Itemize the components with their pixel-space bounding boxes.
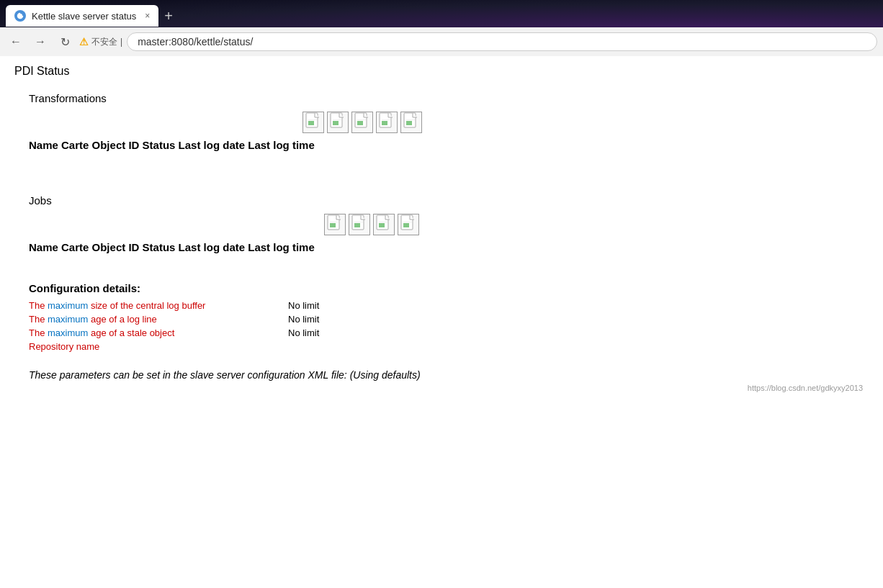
config-label-2: The maximum age of a log line — [29, 314, 288, 325]
config-label-3: The maximum age of a stale object — [29, 327, 288, 338]
svg-rect-3 — [308, 119, 317, 120]
transformations-table-header: Name Carte Object ID Status Last log dat… — [29, 139, 869, 151]
label-before-4: Repository name — [29, 341, 99, 352]
label-highlight-3: maximum — [48, 327, 88, 338]
label-middle-3: age of a stale object — [88, 327, 174, 338]
svg-rect-26 — [403, 223, 409, 227]
jobs-title: Jobs — [29, 194, 869, 207]
svg-rect-15 — [406, 119, 415, 120]
forward-button[interactable]: → — [30, 32, 50, 52]
config-value-1: No limit — [288, 300, 319, 311]
label-highlight-2: maximum — [48, 314, 88, 325]
svg-rect-14 — [406, 121, 412, 125]
watermark: https://blog.csdn.net/gdkyxy2013 — [14, 381, 869, 395]
config-row-2: The maximum age of a log line No limit — [29, 314, 869, 325]
config-value-2: No limit — [288, 314, 319, 325]
jobs-table-header: Name Carte Object ID Status Last log dat… — [29, 241, 869, 253]
trans-icon-1[interactable] — [302, 112, 324, 133]
tab-close-button[interactable]: × — [145, 11, 150, 21]
svg-rect-9 — [357, 119, 366, 120]
svg-rect-18 — [330, 222, 339, 222]
transformations-icon-toolbar — [302, 112, 869, 133]
jobs-icon-toolbar — [324, 214, 869, 235]
svg-rect-6 — [333, 119, 341, 120]
pdi-status-title: PDI Status — [14, 65, 869, 78]
svg-rect-5 — [333, 121, 339, 125]
address-text: master:8080/kettle/status/ — [138, 36, 253, 48]
svg-rect-27 — [403, 222, 412, 222]
trans-icon-5[interactable] — [400, 112, 422, 133]
reload-button[interactable]: ↻ — [55, 32, 75, 52]
svg-rect-12 — [382, 119, 390, 120]
nav-bar: ← → ↻ ⚠ 不安全 | master:8080/kettle/status/ — [0, 27, 883, 56]
config-row-1: The maximum size of the central log buff… — [29, 300, 869, 311]
transformations-section: Transformations — [14, 92, 869, 151]
new-tab-button[interactable]: + — [164, 9, 173, 23]
config-row-3: The maximum age of a stale object No lim… — [29, 327, 869, 338]
tab-bar: Kettle slave server status × + — [0, 0, 883, 27]
browser-chrome: Kettle slave server status × + ← → ↻ ⚠ 不… — [0, 0, 883, 56]
config-note: These parameters can be set in the slave… — [29, 369, 869, 381]
label-before-1: The — [29, 300, 48, 311]
label-middle-2: age of a log line — [88, 314, 156, 325]
job-icon-4[interactable] — [398, 214, 419, 235]
config-title: Configuration details: — [29, 282, 869, 294]
config-value-3: No limit — [288, 327, 319, 338]
svg-rect-11 — [382, 121, 387, 125]
label-middle-1: size of the central log buffer — [88, 300, 205, 311]
transformations-title: Transformations — [29, 92, 869, 104]
config-row-4: Repository name — [29, 341, 869, 352]
label-before-2: The — [29, 314, 48, 325]
job-icon-3[interactable] — [373, 214, 395, 235]
label-before-3: The — [29, 327, 48, 338]
svg-rect-24 — [379, 222, 387, 222]
svg-rect-17 — [330, 223, 336, 227]
trans-icon-4[interactable] — [376, 112, 398, 133]
trans-icon-3[interactable] — [351, 112, 373, 133]
jobs-section: Jobs — [14, 194, 869, 253]
active-tab[interactable]: Kettle slave server status × — [6, 5, 158, 27]
config-label-4: Repository name — [29, 341, 288, 352]
config-label-1: The maximum size of the central log buff… — [29, 300, 288, 311]
svg-rect-20 — [354, 223, 360, 227]
address-bar[interactable]: master:8080/kettle/status/ — [127, 32, 877, 51]
job-icon-2[interactable] — [349, 214, 370, 235]
tab-title: Kettle slave server status — [32, 11, 136, 22]
label-highlight-1: maximum — [48, 300, 88, 311]
separator: | — [120, 37, 122, 47]
job-icon-1[interactable] — [324, 214, 346, 235]
back-button[interactable]: ← — [6, 32, 26, 52]
security-warning: ⚠ 不安全 | — [79, 36, 122, 48]
svg-rect-23 — [379, 223, 385, 227]
svg-rect-21 — [354, 222, 363, 222]
warning-icon: ⚠ — [79, 36, 89, 48]
trans-icon-2[interactable] — [327, 112, 349, 133]
svg-rect-8 — [357, 121, 363, 125]
tab-favicon — [14, 10, 26, 22]
warning-text: 不安全 — [91, 36, 117, 48]
svg-rect-2 — [308, 121, 314, 125]
config-section: Configuration details: The maximum size … — [29, 282, 869, 381]
page-content: PDI Status Transformations — [0, 56, 883, 404]
